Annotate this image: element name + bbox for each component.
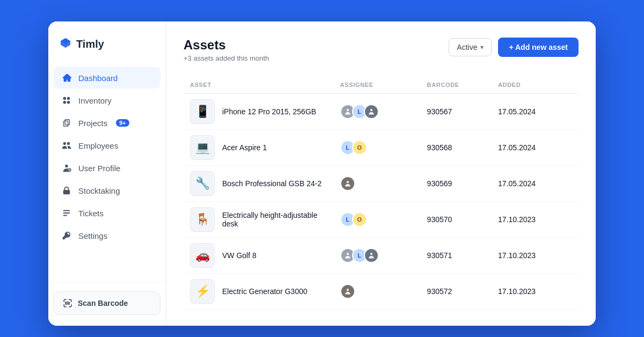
table-body: 📱 iPhone 12 Pro 2015, 256GB L 93056717.0… xyxy=(184,94,579,310)
logo-icon xyxy=(59,36,72,52)
assignee-cell: L xyxy=(334,94,421,130)
scan-barcode-label: Scan Barcode xyxy=(78,299,128,307)
filter-dropdown[interactable]: Active ▾ xyxy=(449,38,492,56)
assignee-cell: LO xyxy=(334,202,421,238)
asset-cell: 💻 Acer Aspire 1 xyxy=(184,130,334,166)
asset-thumbnail: 🪑 xyxy=(190,207,215,232)
barcode-cell: 930567 xyxy=(421,94,492,130)
lock-icon xyxy=(61,185,72,196)
avatar-group: LO xyxy=(340,212,414,227)
user-cog-icon xyxy=(61,163,72,173)
avatar xyxy=(340,284,355,299)
home-icon xyxy=(61,72,72,83)
sidebar-item-label: Inventory xyxy=(78,96,112,105)
asset-cell: 🪑 Electrically height-adjustable desk xyxy=(184,202,334,238)
sidebar-item-label: Projects xyxy=(78,119,107,128)
users-icon xyxy=(61,140,72,151)
sidebar-item-label: Employees xyxy=(78,141,118,150)
avatar: O xyxy=(352,212,367,227)
sidebar-item-tickets[interactable]: Tickets xyxy=(54,202,160,224)
asset-cell: 🚗 VW Golf 8 xyxy=(184,238,334,274)
assignee-cell: L xyxy=(334,238,421,274)
table-row[interactable]: 🔧 Bosch Professional GSB 24-2 93056917.0… xyxy=(184,166,579,202)
sidebar-bottom: Scan Barcode xyxy=(48,282,166,326)
barcode-icon xyxy=(63,298,72,308)
col-header-added: ADDED xyxy=(492,77,579,94)
assignee-cell: LO xyxy=(334,130,421,166)
avatar xyxy=(340,176,355,191)
table-row[interactable]: 💻 Acer Aspire 1 LO93056817.05.2024 xyxy=(184,130,579,166)
logo-text: Timly xyxy=(76,38,104,50)
assets-table: ASSET ASSIGNEE BARCODE ADDED 📱 iPhone 12… xyxy=(184,77,579,310)
assignee-cell xyxy=(334,166,421,202)
asset-name: Acer Aspire 1 xyxy=(222,143,267,152)
list-icon xyxy=(61,208,72,218)
avatar xyxy=(364,104,379,119)
asset-cell: ⚡ Electric Generator G3000 xyxy=(184,274,334,310)
projects-badge: 9+ xyxy=(116,119,129,127)
chevron-down-icon: ▾ xyxy=(480,43,484,51)
main-content: Assets +3 assets added this month Active… xyxy=(166,21,596,326)
avatar-group: L xyxy=(340,248,414,263)
added-date-cell: 17.10.2023 xyxy=(492,274,579,310)
sidebar-item-label: Tickets xyxy=(78,209,104,218)
barcode-cell: 930569 xyxy=(421,166,492,202)
sidebar-item-dashboard[interactable]: Dashboard xyxy=(54,67,160,89)
table-header: ASSET ASSIGNEE BARCODE ADDED xyxy=(184,77,579,94)
app-window: Timly Dashboard Inventory xyxy=(48,21,596,326)
asset-name: Bosch Professional GSB 24-2 xyxy=(222,179,321,188)
key-icon xyxy=(61,230,72,241)
asset-thumbnail: 💻 xyxy=(190,135,215,160)
sidebar: Timly Dashboard Inventory xyxy=(48,21,166,326)
avatar-group: LO xyxy=(340,140,414,155)
table-row[interactable]: 🪑 Electrically height-adjustable desk LO… xyxy=(184,202,579,238)
col-header-assignee: ASSIGNEE xyxy=(334,77,421,94)
avatar-group xyxy=(340,176,414,191)
copy-icon xyxy=(61,118,72,128)
asset-cell: 📱 iPhone 12 Pro 2015, 256GB xyxy=(184,94,334,130)
sidebar-item-projects[interactable]: Projects 9+ xyxy=(54,112,160,134)
col-header-asset: ASSET xyxy=(184,77,334,94)
sidebar-item-inventory[interactable]: Inventory xyxy=(54,90,160,111)
page-header: Assets +3 assets added this month Active… xyxy=(184,38,579,62)
sidebar-item-employees[interactable]: Employees xyxy=(54,135,160,156)
asset-name: iPhone 12 Pro 2015, 256GB xyxy=(222,107,316,116)
avatar: O xyxy=(352,140,367,155)
page-title: Assets xyxy=(184,38,269,53)
sidebar-item-label: User Profile xyxy=(78,164,120,173)
added-date-cell: 17.10.2023 xyxy=(492,202,579,238)
logo: Timly xyxy=(48,36,166,67)
asset-thumbnail: 🚗 xyxy=(190,243,215,268)
asset-name: VW Golf 8 xyxy=(222,251,257,260)
asset-name: Electrically height-adjustable desk xyxy=(222,211,327,228)
assignee-cell xyxy=(334,274,421,310)
table-row[interactable]: ⚡ Electric Generator G3000 93057217.10.2… xyxy=(184,274,579,310)
avatar-group: L xyxy=(340,104,414,119)
sidebar-item-settings[interactable]: Settings xyxy=(54,225,160,246)
scan-barcode-button[interactable]: Scan Barcode xyxy=(54,291,160,315)
barcode-cell: 930571 xyxy=(421,238,492,274)
header-actions: Active ▾ + Add new asset xyxy=(449,38,579,57)
add-asset-button[interactable]: + Add new asset xyxy=(498,38,579,57)
barcode-cell: 930568 xyxy=(421,130,492,166)
table-row[interactable]: 🚗 VW Golf 8 L 93057117.10.2023 xyxy=(184,238,579,274)
added-date-cell: 17.05.2024 xyxy=(492,94,579,130)
sidebar-item-label: Dashboard xyxy=(78,74,118,83)
sidebar-item-label: Settings xyxy=(78,231,107,240)
sidebar-item-user-profile[interactable]: User Profile xyxy=(54,157,160,179)
add-asset-label: + Add new asset xyxy=(509,43,568,52)
title-area: Assets +3 assets added this month xyxy=(184,38,269,62)
page-subtitle: +3 assets added this month xyxy=(184,54,269,62)
col-header-barcode: BARCODE xyxy=(421,77,492,94)
barcode-cell: 930572 xyxy=(421,274,492,310)
sidebar-item-stocktaking[interactable]: Stocktaking xyxy=(54,180,160,201)
sidebar-nav: Dashboard Inventory xyxy=(48,67,166,282)
table-row[interactable]: 📱 iPhone 12 Pro 2015, 256GB L 93056717.0… xyxy=(184,94,579,130)
avatar-group xyxy=(340,284,414,299)
asset-thumbnail: 📱 xyxy=(190,99,215,124)
asset-thumbnail: ⚡ xyxy=(190,279,215,304)
added-date-cell: 17.05.2024 xyxy=(492,130,579,166)
filter-label: Active xyxy=(457,43,477,52)
added-date-cell: 17.10.2023 xyxy=(492,238,579,274)
asset-name: Electric Generator G3000 xyxy=(222,287,308,296)
